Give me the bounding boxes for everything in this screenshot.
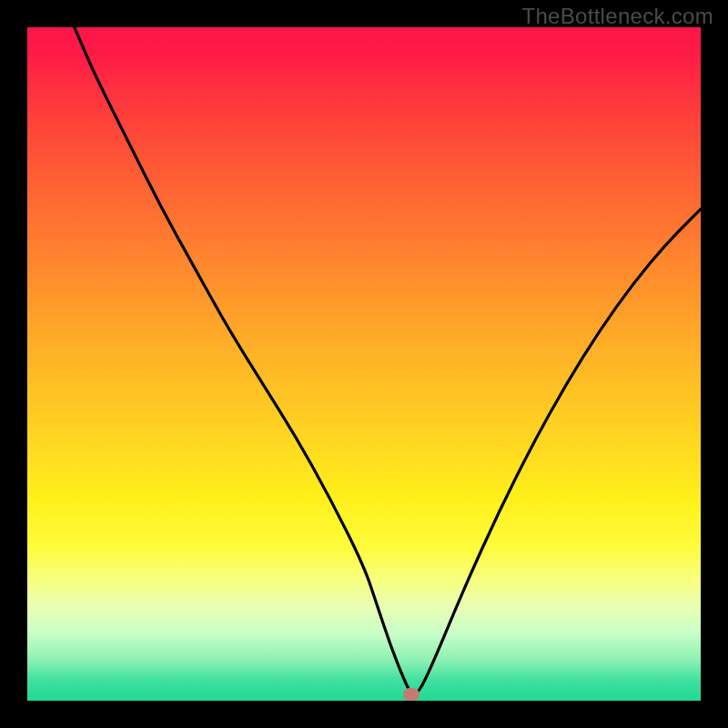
chart-frame: TheBottleneck.com bbox=[0, 0, 728, 728]
plot-area bbox=[27, 27, 701, 701]
curve-svg bbox=[27, 27, 701, 701]
optimal-marker bbox=[403, 688, 420, 701]
watermark-text: TheBottleneck.com bbox=[521, 4, 713, 29]
bottleneck-curve bbox=[75, 27, 701, 694]
